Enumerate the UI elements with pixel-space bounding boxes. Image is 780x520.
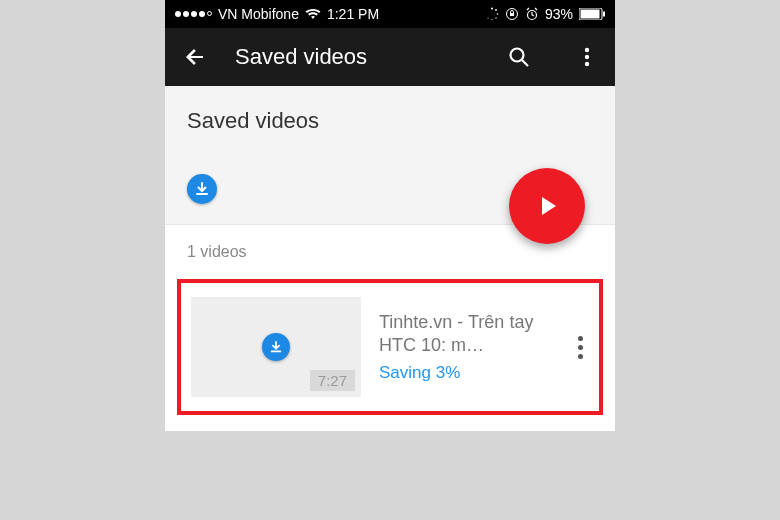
svg-rect-7 <box>510 13 514 16</box>
video-title: Tinhte.vn - Trên tay HTC 10: m… <box>379 311 554 358</box>
clock-label: 1:21 PM <box>327 6 379 22</box>
video-row-highlight: 7:27 Tinhte.vn - Trên tay HTC 10: m… Sav… <box>177 279 603 415</box>
search-button[interactable] <box>507 45 531 69</box>
play-fab-button[interactable] <box>509 168 585 244</box>
svg-rect-11 <box>603 12 605 17</box>
alarm-icon <box>525 7 539 21</box>
svg-point-12 <box>511 49 524 62</box>
phone-frame: VN Mobifone 1:21 PM 93% Saved <box>165 0 615 431</box>
svg-point-4 <box>491 19 492 20</box>
video-item-menu-button[interactable] <box>572 330 589 365</box>
back-button[interactable] <box>183 45 207 69</box>
signal-strength <box>175 11 212 17</box>
video-status: Saving 3% <box>379 363 554 383</box>
video-thumbnail[interactable]: 7:27 <box>191 297 361 397</box>
battery-icon <box>579 8 605 20</box>
svg-point-14 <box>585 55 589 59</box>
download-icon <box>187 174 217 204</box>
svg-point-13 <box>585 48 589 52</box>
svg-point-15 <box>585 62 589 66</box>
loading-icon <box>485 7 499 21</box>
wifi-icon <box>305 8 321 20</box>
app-bar: Saved videos <box>165 28 615 86</box>
svg-point-3 <box>495 17 496 18</box>
overflow-menu-button[interactable] <box>577 45 597 69</box>
battery-pct-label: 93% <box>545 6 573 22</box>
svg-point-5 <box>487 18 488 19</box>
appbar-title: Saved videos <box>235 44 367 70</box>
rotation-lock-icon <box>505 7 519 21</box>
svg-point-0 <box>491 8 493 10</box>
status-bar: VN Mobifone 1:21 PM 93% <box>165 0 615 28</box>
section-header: Saved videos <box>165 86 615 225</box>
carrier-label: VN Mobifone <box>218 6 299 22</box>
video-meta[interactable]: Tinhte.vn - Trên tay HTC 10: m… Saving 3… <box>379 311 554 384</box>
download-icon <box>262 333 290 361</box>
section-heading: Saved videos <box>187 108 593 134</box>
svg-point-1 <box>495 9 497 11</box>
svg-point-2 <box>497 13 499 15</box>
svg-rect-10 <box>581 10 600 19</box>
video-duration: 7:27 <box>310 370 355 391</box>
